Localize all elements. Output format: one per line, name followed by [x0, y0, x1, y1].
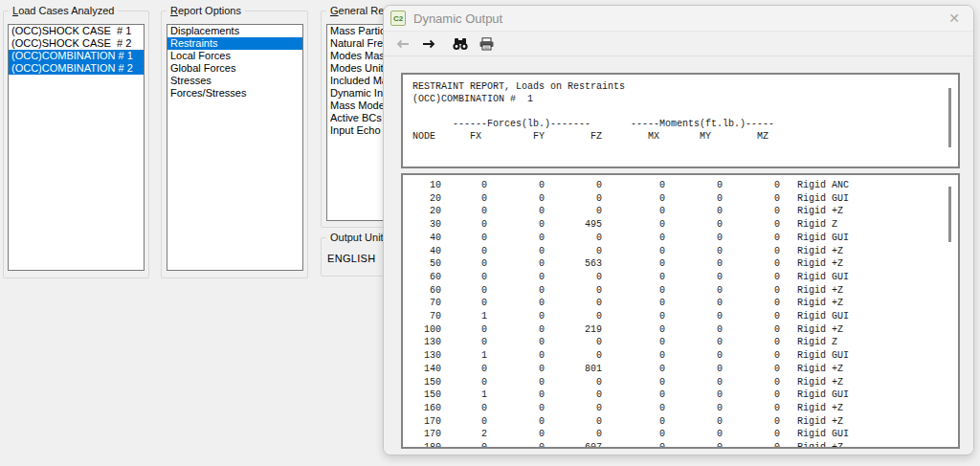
list-item[interactable]: (OCC)COMBINATION # 1 [9, 50, 144, 62]
load-cases-listbox[interactable]: (OCC)SHOCK CASE # 1(OCC)SHOCK CASE # 2(O… [8, 24, 145, 271]
dynamic-output-window: C2 Dynamic Output ✕ [383, 5, 974, 455]
app-background: { "colors": { "selection_blue": "#0078d7… [0, 0, 980, 466]
list-item[interactable]: Stresses [167, 75, 302, 87]
report-header-panel[interactable]: RESTRAINT REPORT, Loads on Restraints (O… [401, 73, 960, 168]
find-binoculars-icon[interactable] [452, 35, 469, 53]
caesar2-app-icon: C2 [390, 11, 406, 26]
group-report-options: Report Options DisplacementsRestraintsLo… [161, 11, 308, 278]
forward-arrow-icon[interactable] [420, 35, 437, 53]
list-item[interactable]: Global Forces [167, 62, 302, 75]
output-units-value: ENGLISH [327, 253, 375, 264]
back-arrow-icon[interactable] [394, 35, 412, 53]
report-content-area: RESTRAINT REPORT, Loads on Restraints (O… [384, 56, 973, 455]
list-item[interactable]: (OCC)SHOCK CASE # 2 [9, 37, 144, 50]
data-scrollbar[interactable] [948, 187, 951, 242]
group-label-load-cases: Load Cases Analyzed [9, 4, 118, 17]
list-item[interactable]: Displacements [167, 25, 302, 37]
group-label-report-options: Report Options [167, 4, 245, 17]
list-item[interactable]: (OCC)SHOCK CASE # 1 [9, 25, 144, 37]
group-load-cases-analyzed: Load Cases Analyzed (OCC)SHOCK CASE # 1(… [3, 11, 149, 278]
close-icon[interactable]: ✕ [948, 11, 960, 25]
report-header-pre: RESTRAINT REPORT, Loads on Restraints (O… [403, 75, 958, 143]
window-titlebar[interactable]: C2 Dynamic Output ✕ [384, 6, 973, 32]
report-options-listbox[interactable]: DisplacementsRestraintsLocal ForcesGloba… [167, 24, 303, 271]
list-item[interactable]: Local Forces [167, 50, 302, 62]
window-toolbar [384, 32, 973, 56]
header-scrollbar[interactable] [948, 88, 951, 147]
list-item[interactable]: Restraints [167, 37, 302, 50]
window-title: Dynamic Output [413, 11, 502, 26]
list-item[interactable]: (OCC)COMBINATION # 2 [9, 62, 144, 75]
list-item[interactable]: Forces/Stresses [167, 87, 302, 100]
report-rows-pre: 10 0 0 0 0 0 0 Rigid ANC 20 0 0 0 0 0 0 … [403, 175, 958, 449]
print-icon[interactable] [478, 35, 495, 53]
report-data-panel[interactable]: 10 0 0 0 0 0 0 Rigid ANC 20 0 0 0 0 0 0 … [401, 173, 960, 449]
